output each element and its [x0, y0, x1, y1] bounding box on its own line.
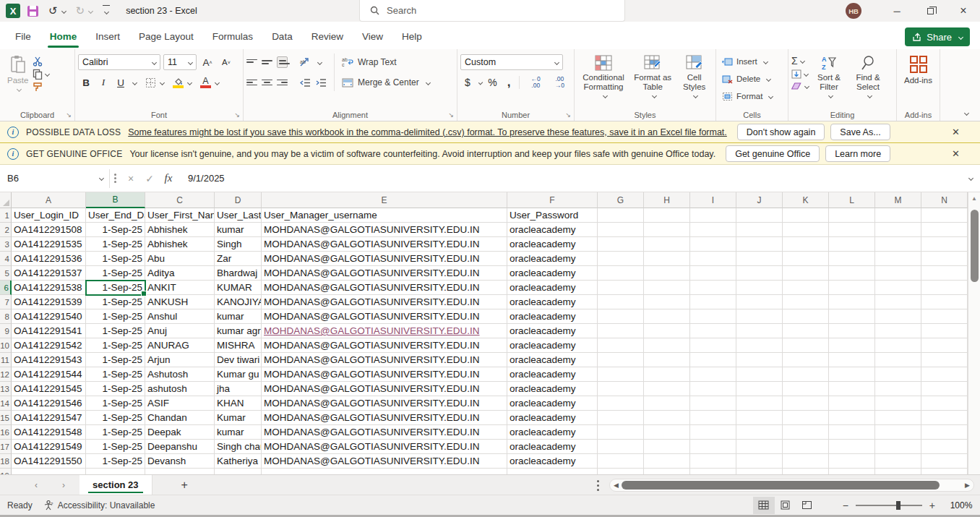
- horizontal-scrollbar[interactable]: ◀ ▶: [609, 479, 974, 492]
- grid-cell[interactable]: [921, 309, 968, 324]
- scroll-up-icon[interactable]: ▲: [968, 192, 980, 205]
- ribbon-tab-view[interactable]: View: [353, 25, 392, 49]
- decrease-font-icon[interactable]: A˅: [218, 54, 234, 70]
- grid-cell[interactable]: kumar agr: [215, 324, 262, 338]
- grid-cell[interactable]: [783, 324, 829, 338]
- grid-cell[interactable]: [736, 208, 783, 223]
- grid-cell[interactable]: [644, 338, 690, 353]
- grid-cell[interactable]: ANKUSH: [145, 295, 215, 309]
- grid-cell[interactable]: OA1412291541: [12, 324, 86, 338]
- alignment-dialog-launcher[interactable]: ↘: [448, 111, 454, 119]
- grid-cell[interactable]: [783, 454, 829, 469]
- grid-cell[interactable]: [690, 281, 736, 295]
- grid-cell[interactable]: Kumar gu: [215, 367, 262, 382]
- decrease-decimal-button[interactable]: .00 →0: [549, 76, 571, 89]
- grid-cell[interactable]: [644, 281, 690, 295]
- row-header[interactable]: 2: [0, 223, 12, 237]
- fill-button[interactable]: [791, 69, 809, 79]
- grid-cell[interactable]: oracleacademy: [507, 382, 598, 396]
- grid-cell[interactable]: ASIF: [145, 396, 215, 411]
- next-sheet-icon[interactable]: ›: [53, 480, 74, 490]
- column-header[interactable]: E: [262, 192, 507, 208]
- grid-cell[interactable]: MOHDANAS@GALGOTIASUNIVERSITY.EDU.IN: [262, 223, 507, 237]
- wrap-text-button[interactable]: abc Wrap Text: [342, 54, 430, 71]
- grid-cell[interactable]: Arjun: [145, 353, 215, 367]
- zoom-out-button[interactable]: −: [835, 500, 856, 511]
- grid-cell[interactable]: [875, 454, 921, 469]
- grid-cell[interactable]: [644, 469, 690, 474]
- grid-cell[interactable]: OA1412291543: [12, 353, 86, 367]
- grid-cell[interactable]: [875, 425, 921, 440]
- grid-cell[interactable]: [736, 223, 783, 237]
- grid-cell[interactable]: oracleacademy: [507, 338, 598, 353]
- grid-cell[interactable]: [921, 324, 968, 338]
- grid-cell[interactable]: OA1412291550: [12, 454, 86, 469]
- grid-cell[interactable]: [598, 338, 644, 353]
- enter-icon[interactable]: ✓: [140, 173, 159, 184]
- grid-cell[interactable]: [736, 382, 783, 396]
- grid-cell[interactable]: [829, 309, 875, 324]
- grid-cell[interactable]: [598, 353, 644, 367]
- grid-cell[interactable]: [736, 295, 783, 309]
- grid-cell[interactable]: [598, 295, 644, 309]
- grid-cell[interactable]: [875, 338, 921, 353]
- grid-cell[interactable]: [598, 266, 644, 281]
- column-header[interactable]: B: [86, 192, 145, 208]
- grid-cell[interactable]: [86, 469, 145, 474]
- grid-cell[interactable]: [690, 324, 736, 338]
- grid-cell[interactable]: MOHDANAS@GALGOTIASUNIVERSITY.EDU.IN: [262, 281, 507, 295]
- learn-more-button[interactable]: Learn more: [825, 145, 890, 162]
- grid-cell[interactable]: [598, 324, 644, 338]
- get-genuine-office-button[interactable]: Get genuine Office: [726, 145, 820, 162]
- grid-cell[interactable]: [921, 411, 968, 425]
- grid-cell[interactable]: kumar: [215, 309, 262, 324]
- grid-cell[interactable]: oracleacademy: [507, 425, 598, 440]
- grid-cell[interactable]: [921, 266, 968, 281]
- align-center-icon[interactable]: [262, 78, 272, 87]
- undo-button[interactable]: ↺: [48, 4, 66, 17]
- grid-cell[interactable]: [736, 281, 783, 295]
- grid-cell[interactable]: [644, 295, 690, 309]
- grid-cell[interactable]: OA1412291536: [12, 252, 86, 266]
- save-as-button[interactable]: Save As...: [830, 124, 890, 140]
- grid-cell[interactable]: Anshul: [145, 309, 215, 324]
- close-button[interactable]: ×: [947, 0, 980, 22]
- grid-cell[interactable]: MOHDANAS@GALGOTIASUNIVERSITY.EDU.IN: [262, 324, 507, 338]
- ribbon-tab-help[interactable]: Help: [392, 25, 431, 49]
- row-header[interactable]: 9: [0, 324, 12, 338]
- grid-cell[interactable]: Aditya: [145, 266, 215, 281]
- row-header[interactable]: 15: [0, 411, 12, 425]
- grid-cell[interactable]: 1-Sep-25: [86, 237, 145, 252]
- grid-cell[interactable]: Singh: [215, 237, 262, 252]
- grid-cell[interactable]: Ashutosh: [145, 367, 215, 382]
- grid-cell[interactable]: 1-Sep-25: [86, 440, 145, 454]
- grid-cell[interactable]: [690, 425, 736, 440]
- grid-cell[interactable]: [875, 266, 921, 281]
- grid-cell[interactable]: [644, 382, 690, 396]
- grid-cell[interactable]: [690, 223, 736, 237]
- ribbon-tab-home[interactable]: Home: [40, 25, 87, 49]
- grid-cell[interactable]: OA1412291548: [12, 425, 86, 440]
- grid-cell[interactable]: [875, 237, 921, 252]
- vertical-scrollbar[interactable]: ▲: [968, 192, 980, 474]
- grid-cell[interactable]: [598, 440, 644, 454]
- grid-cell[interactable]: ANKIT: [145, 281, 215, 295]
- zoom-in-button[interactable]: +: [922, 500, 942, 511]
- grid-cell[interactable]: Abhishek: [145, 223, 215, 237]
- grid-cell[interactable]: OA1412291547: [12, 411, 86, 425]
- grid-cell[interactable]: [829, 324, 875, 338]
- number-dialog-launcher[interactable]: ↘: [565, 111, 571, 119]
- grid-cell[interactable]: [921, 295, 968, 309]
- grid-cell[interactable]: [783, 440, 829, 454]
- grid-cell[interactable]: [145, 469, 215, 474]
- grid-cell[interactable]: [644, 396, 690, 411]
- grid-cell[interactable]: [921, 237, 968, 252]
- grid-cell[interactable]: Anuj: [145, 324, 215, 338]
- row-header[interactable]: 13: [0, 382, 12, 396]
- grid-cell[interactable]: Abu: [145, 252, 215, 266]
- font-family-select[interactable]: Calibri: [78, 54, 160, 70]
- grid-cell[interactable]: [262, 469, 507, 474]
- grid-cell[interactable]: Abhishek: [145, 237, 215, 252]
- grid-cell[interactable]: [598, 237, 644, 252]
- grid-cell[interactable]: [829, 338, 875, 353]
